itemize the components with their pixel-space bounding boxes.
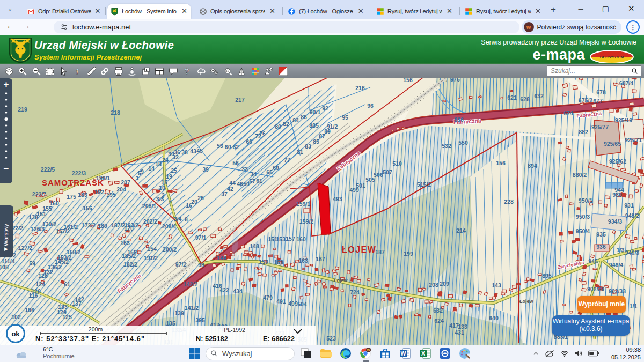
svg-text:97/2: 97/2 [175,261,187,268]
svg-text:44: 44 [229,180,236,186]
svg-text:9: 9 [141,168,144,175]
svg-text:895: 895 [542,272,552,279]
svg-text:96: 96 [367,102,374,109]
svg-text:180: 180 [98,223,107,229]
svg-text:144: 144 [217,255,226,261]
svg-text:82: 82 [283,121,289,127]
svg-text:150: 150 [259,258,268,265]
svg-text:674: 674 [564,110,573,116]
svg-text:167: 167 [316,256,325,262]
svg-text:192: 192 [94,189,104,195]
svg-text:20: 20 [191,198,197,205]
svg-text:504: 504 [297,301,307,307]
svg-text:628: 628 [520,96,530,102]
svg-text:61: 61 [256,178,262,184]
svg-text:159/1: 159/1 [296,201,310,207]
svg-text:3/4: 3/4 [174,216,182,222]
svg-text:66: 66 [246,138,252,145]
svg-text:632: 632 [433,307,443,314]
svg-text:156: 156 [496,160,506,166]
svg-text:925/62: 925/62 [609,158,626,165]
svg-text:209: 209 [440,280,449,287]
svg-text:156: 156 [403,78,413,83]
svg-text:222/7: 222/7 [32,191,46,197]
svg-text:95: 95 [342,114,348,121]
svg-text:882: 882 [579,129,588,135]
svg-text:515/2: 515/2 [417,181,431,188]
svg-text:42: 42 [227,186,233,192]
svg-text:Łojew: Łojew [519,299,534,304]
svg-text:SAMOTRZASK: SAMOTRZASK [42,178,104,187]
svg-text:10: 10 [159,184,165,191]
svg-text:222/5: 222/5 [41,166,55,173]
svg-text:148: 148 [250,243,259,249]
svg-text:8: 8 [185,216,188,223]
svg-text:151: 151 [36,211,46,217]
svg-text:880/2: 880/2 [573,172,587,178]
svg-text:422: 422 [219,287,229,293]
svg-text:126/3: 126/3 [31,226,45,232]
svg-text:946/4: 946/4 [609,262,623,268]
svg-text:183: 183 [78,191,87,198]
svg-text:640: 640 [489,315,499,321]
svg-text:77: 77 [284,157,290,163]
svg-text:479: 479 [263,294,273,301]
svg-text:925/19: 925/19 [615,117,632,123]
svg-text:158/2: 158/2 [67,249,80,255]
svg-text:137: 137 [72,300,82,307]
svg-text:97/1: 97/1 [195,234,207,241]
svg-text:724: 724 [350,289,360,295]
svg-text:925/71: 925/71 [625,137,642,143]
svg-text:632: 632 [534,93,544,99]
svg-text:158: 158 [274,259,283,265]
svg-text:894: 894 [528,162,537,169]
svg-text:175: 175 [67,194,76,200]
svg-text:216: 216 [355,85,365,91]
svg-text:26: 26 [197,195,204,201]
svg-text:102: 102 [11,314,21,320]
svg-text:46: 46 [237,181,243,187]
svg-text:43: 43 [190,148,196,154]
svg-text:434: 434 [233,288,243,294]
svg-text:431: 431 [455,329,464,336]
svg-text:499: 499 [288,300,298,307]
svg-text:W: W [401,350,406,357]
svg-text:61: 61 [64,281,70,287]
svg-text:45: 45 [196,147,203,154]
svg-text:204: 204 [116,186,126,193]
svg-text:675/2: 675/2 [579,97,592,104]
svg-text:214: 214 [456,227,466,234]
svg-text:163: 163 [120,240,130,246]
svg-text:i: i [76,67,78,76]
svg-text:222/3: 222/3 [72,170,86,176]
svg-text:948/2: 948/2 [625,212,639,219]
svg-text:200m: 200m [89,326,103,333]
svg-text:76: 76 [259,130,266,137]
svg-text:124: 124 [35,281,45,287]
svg-text:202/2: 202/2 [143,218,157,225]
svg-text:ŁOJEW: ŁOJEW [342,245,376,254]
svg-text:127/2: 127/2 [18,245,32,251]
svg-text:18: 18 [155,161,162,167]
svg-text:141/2: 141/2 [185,305,199,311]
svg-text:83: 83 [305,143,311,150]
svg-text:142/2: 142/2 [184,281,197,287]
svg-text:182/2: 182/2 [123,261,137,268]
svg-text:24: 24 [162,157,169,163]
svg-text:935: 935 [596,231,606,238]
svg-text:128: 128 [38,272,48,279]
svg-text:33: 33 [241,166,248,172]
svg-text:218: 218 [111,109,120,116]
svg-text:491: 491 [276,298,286,305]
svg-text:116: 116 [29,292,38,299]
svg-text:153: 153 [276,236,286,242]
svg-text:125: 125 [62,314,72,320]
svg-text:950/4: 950/4 [576,228,590,234]
svg-text:200/2: 200/2 [163,246,177,253]
svg-text:W: W [367,348,370,352]
svg-text:208: 208 [429,282,438,288]
svg-text:934/3: 934/3 [608,218,622,225]
svg-text:931: 931 [624,202,634,209]
svg-text:493: 493 [333,196,342,202]
svg-text:32: 32 [172,154,179,160]
